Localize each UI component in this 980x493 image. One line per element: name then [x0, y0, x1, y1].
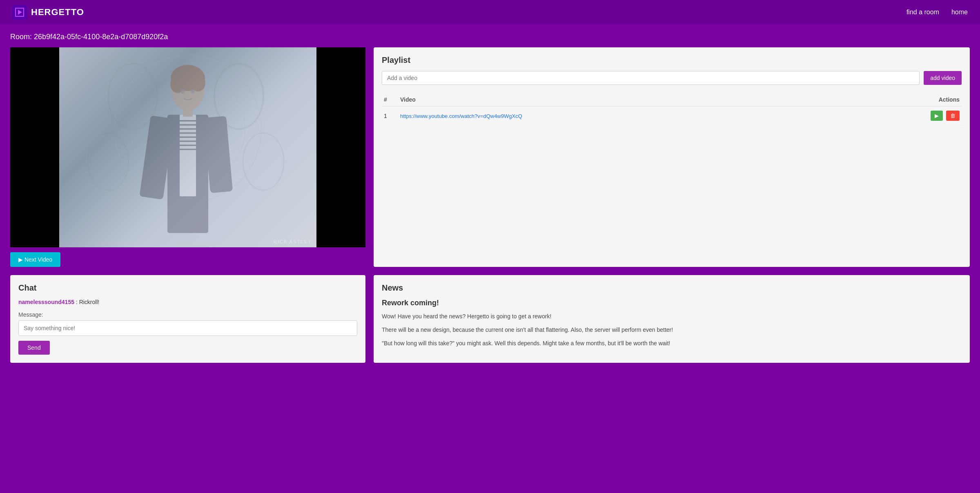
svg-point-27 — [181, 89, 185, 94]
nav-links: find a room home — [906, 9, 968, 16]
top-section: RICK ASTLEY ▶ Next Video Playlist add vi… — [10, 47, 970, 267]
message-input[interactable] — [18, 320, 357, 336]
background-pattern — [59, 47, 316, 247]
main-content: Room: 26b9f42a-05fc-4100-8e2a-d7087d920f… — [0, 24, 980, 371]
delete-button[interactable]: 🗑 — [946, 111, 960, 121]
send-button[interactable]: Send — [18, 341, 50, 355]
logo-icon — [12, 5, 27, 20]
svg-rect-11 — [180, 115, 196, 196]
video-player: RICK ASTLEY — [10, 47, 365, 247]
chat-username: namelesssound4155 — [18, 299, 74, 305]
row-url: https://www.youtube.com/watch?v=dQw4w9Wg… — [398, 107, 921, 125]
news-paragraph: Wow! Have you heard the news? Hergetto i… — [382, 312, 962, 321]
news-panel: News Rework coming! Wow! Have you heard … — [374, 275, 970, 363]
video-watermark: RICK ASTLEY — [274, 239, 312, 244]
playlist-title: Playlist — [382, 56, 962, 65]
bottom-section: Chat namelesssound4155 : Rickroll! Messa… — [10, 275, 970, 363]
svg-point-9 — [243, 133, 284, 190]
playlist-body: 1 https://www.youtube.com/watch?v=dQw4w9… — [382, 107, 962, 125]
svg-point-28 — [191, 89, 195, 94]
chat-panel: Chat namelesssound4155 : Rickroll! Messa… — [10, 275, 365, 363]
chat-title: Chat — [18, 283, 357, 293]
news-heading: Rework coming! — [382, 299, 962, 307]
room-label: Room: 26b9f42a-05fc-4100-8e2a-d7087d920f… — [10, 33, 970, 41]
video-frame: RICK ASTLEY — [59, 47, 316, 247]
message-label: Message: — [18, 311, 357, 318]
header: HERGETTO find a room home — [0, 0, 980, 24]
row-index: 1 — [382, 107, 398, 125]
playlist-panel: Playlist add video # Video Actions 1 htt… — [374, 47, 970, 267]
nav-find-room[interactable]: find a room — [906, 9, 939, 16]
col-video: Video — [398, 93, 921, 107]
chat-message: namelesssound4155 : Rickroll! — [18, 299, 357, 305]
chat-message-text: : Rickroll! — [74, 299, 99, 305]
svg-point-26 — [191, 75, 205, 91]
news-paragraph: There will be a new design, because the … — [382, 326, 962, 334]
playlist-table: # Video Actions 1 https://www.youtube.co… — [382, 93, 962, 125]
add-video-input[interactable] — [382, 71, 920, 85]
add-video-button[interactable]: add video — [924, 71, 962, 85]
logo-area: HERGETTO — [12, 5, 84, 20]
col-number: # — [382, 93, 398, 107]
news-paragraph: "But how long will this take?" you might… — [382, 339, 962, 348]
row-actions: ▶ 🗑 — [921, 107, 962, 125]
video-link[interactable]: https://www.youtube.com/watch?v=dQw4w9Wg… — [400, 113, 522, 119]
news-section-title: News — [382, 283, 962, 293]
add-video-row: add video — [382, 71, 962, 85]
news-paragraphs: Wow! Have you heard the news? Hergetto i… — [382, 312, 962, 348]
next-video-button[interactable]: ▶ Next Video — [10, 252, 60, 267]
nav-home[interactable]: home — [951, 9, 968, 16]
play-button[interactable]: ▶ — [931, 111, 943, 121]
table-row: 1 https://www.youtube.com/watch?v=dQw4w9… — [382, 107, 962, 125]
video-wrapper: RICK ASTLEY ▶ Next Video — [10, 47, 365, 267]
logo-text: HERGETTO — [31, 7, 84, 18]
col-actions: Actions — [921, 93, 962, 107]
svg-point-6 — [108, 64, 157, 129]
